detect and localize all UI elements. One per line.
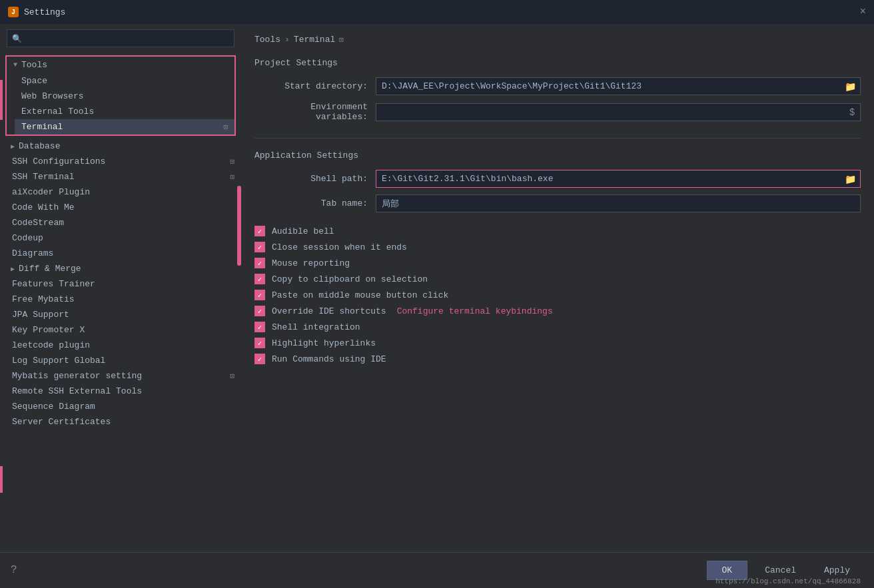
key-promoter-label: Key Promoter X <box>12 325 85 335</box>
configure-terminal-link[interactable]: Configure terminal keybindings <box>397 306 553 316</box>
sidebar-item-leetcode[interactable]: leetcode plugin <box>0 338 241 353</box>
checkbox-mouse-reporting-input[interactable] <box>254 258 265 268</box>
log-support-label: Log Support Global <box>12 356 105 366</box>
sidebar: 🔍 ▼ Tools Space <box>0 24 241 552</box>
server-certificates-label: Server Certificates <box>12 417 111 427</box>
checkbox-run-commands-input[interactable] <box>254 354 265 364</box>
tab-name-input[interactable] <box>376 194 861 212</box>
env-vars-input[interactable] <box>376 103 861 121</box>
sidebar-item-diff-merge[interactable]: ▶ Diff & Merge <box>0 261 241 276</box>
start-directory-input[interactable] <box>376 77 861 95</box>
breadcrumb-part2: Terminal <box>294 35 335 45</box>
sidebar-item-external-tools[interactable]: External Tools <box>15 104 234 119</box>
sidebar-item-mybatis-generator[interactable]: Mybatis generator setting ⊡ <box>0 368 241 384</box>
start-directory-wrap: 📁 <box>376 77 861 95</box>
diff-merge-arrow: ▶ <box>11 265 15 273</box>
tools-group-children: Space Web Browsers External Tools Termin… <box>7 73 234 135</box>
status-url: https://blog.csdn.net/qq_44866828 <box>715 577 861 585</box>
start-directory-row: Start directory: 📁 <box>254 77 861 95</box>
checkbox-paste-middle-input[interactable] <box>254 290 265 300</box>
checkbox-shell-integration: Shell integration <box>254 322 861 332</box>
leetcode-label: leetcode plugin <box>12 340 90 350</box>
sidebar-item-free-mybatis[interactable]: Free Mybatis <box>0 292 241 307</box>
checkboxes-container: Audible bell Close session when it ends … <box>254 226 861 370</box>
env-vars-label-text: Environment variables: <box>310 102 368 122</box>
checkbox-copy-clipboard: Copy to clipboard on selection <box>254 274 861 284</box>
sidebar-item-aixcoder[interactable]: aiXcoder Plugin <box>0 184 241 200</box>
shell-path-row: Shell path: 📁 <box>254 170 861 188</box>
close-session-label: Close session when it ends <box>272 242 407 252</box>
sidebar-item-codeup[interactable]: Codeup <box>0 230 241 246</box>
search-wrap: 🔍 <box>7 29 234 47</box>
audible-bell-label: Audible bell <box>272 226 334 236</box>
ssh-config-icon: ⊡ <box>230 157 234 166</box>
sidebar-item-space[interactable]: Space <box>15 73 234 89</box>
shell-path-wrap: 📁 <box>376 170 861 188</box>
scrollbar-thumb[interactable] <box>237 186 241 266</box>
checkbox-close-session-input[interactable] <box>254 242 265 252</box>
env-vars-row: Environment variables: $ <box>254 102 861 122</box>
sidebar-item-jpa-support[interactable]: JPA Support <box>0 307 241 322</box>
checkbox-copy-clipboard-input[interactable] <box>254 274 265 284</box>
apply-button[interactable]: Apply <box>813 561 861 579</box>
sidebar-scroll-area: ▼ Tools Space Web Browsers External T <box>0 53 241 552</box>
code-with-me-label: Code With Me <box>12 202 75 212</box>
start-directory-label-text: Start directory: <box>284 81 368 91</box>
shell-path-label-text: Shell path: <box>310 174 368 184</box>
sidebar-item-database[interactable]: ▶ Database <box>0 139 241 154</box>
cancel-button[interactable]: Cancel <box>754 561 807 579</box>
sidebar-item-key-promoter[interactable]: Key Promoter X <box>0 322 241 338</box>
ssh-configurations-label: SSH Configurations <box>12 156 105 166</box>
close-button[interactable]: × <box>859 7 866 17</box>
shell-path-input[interactable] <box>376 170 861 188</box>
right-panel: Tools › Terminal ⊡ Project Settings Star… <box>241 24 874 552</box>
database-arrow: ▶ <box>11 143 15 150</box>
checkbox-audible-bell-input[interactable] <box>254 226 265 236</box>
search-icon: 🔍 <box>12 33 22 43</box>
help-icon[interactable]: ? <box>11 564 17 576</box>
search-box: 🔍 <box>0 24 241 53</box>
tools-group: ▼ Tools Space Web Browsers External T <box>5 55 236 136</box>
tools-group-header[interactable]: ▼ Tools <box>7 57 234 73</box>
search-input[interactable] <box>7 29 234 47</box>
dialog-title: Settings <box>24 7 65 17</box>
sidebar-item-ssh-terminal[interactable]: SSH Terminal ⊡ <box>0 169 241 184</box>
remote-ssh-label: Remote SSH External Tools <box>12 386 142 396</box>
sidebar-item-sequence-diagram[interactable]: Sequence Diagram <box>0 399 241 414</box>
tab-name-label: Tab name: <box>254 198 368 208</box>
project-settings-title: Project Settings <box>254 58 861 68</box>
shell-path-browse-button[interactable]: 📁 <box>843 174 858 184</box>
checkbox-paste-middle: Paste on middle mouse button click <box>254 290 861 300</box>
sidebar-item-terminal[interactable]: Terminal ⊡ <box>15 119 234 135</box>
highlight-hyperlinks-label: Highlight hyperlinks <box>272 338 376 348</box>
app-icon: J <box>8 7 19 17</box>
sidebar-item-features-trainer[interactable]: Features Trainer <box>0 276 241 292</box>
title-bar: J Settings × <box>0 0 874 24</box>
breadcrumb-arrow: › <box>284 35 290 45</box>
tab-name-label-text: Tab name: <box>321 198 368 208</box>
env-vars-button[interactable]: $ <box>846 107 858 117</box>
breadcrumb-icon: ⊡ <box>339 35 344 44</box>
sidebar-item-web-browsers[interactable]: Web Browsers <box>15 89 234 104</box>
sidebar-item-log-support[interactable]: Log Support Global <box>0 353 241 368</box>
checkbox-override-ide-input[interactable] <box>254 306 265 316</box>
sidebar-item-code-with-me[interactable]: Code With Me <box>0 200 241 215</box>
settings-dialog: J Settings × 🔍 ▼ Tools <box>0 0 874 588</box>
codestream-label: CodeStream <box>12 218 64 228</box>
sidebar-item-codestream[interactable]: CodeStream <box>0 215 241 230</box>
sidebar-item-remote-ssh[interactable]: Remote SSH External Tools <box>0 384 241 399</box>
sidebar-item-ssh-configurations[interactable]: SSH Configurations ⊡ <box>0 154 241 169</box>
breadcrumb-part1: Tools <box>254 35 280 45</box>
checkbox-highlight-hyperlinks-input[interactable] <box>254 338 265 348</box>
sidebar-item-server-certificates[interactable]: Server Certificates <box>0 414 241 430</box>
sidebar-item-diagrams[interactable]: Diagrams <box>0 246 241 261</box>
main-content: 🔍 ▼ Tools Space <box>0 24 874 552</box>
sidebar-list: ▼ Tools Space Web Browsers External T <box>0 53 241 430</box>
checkbox-override-ide: Override IDE shortcuts Configure termina… <box>254 306 861 316</box>
mybatis-gen-icon: ⊡ <box>230 372 234 380</box>
checkbox-shell-integration-input[interactable] <box>254 322 265 332</box>
mybatis-generator-label: Mybatis generator setting <box>12 371 142 381</box>
start-directory-browse-button[interactable]: 📁 <box>843 81 858 92</box>
aixcoder-label: aiXcoder Plugin <box>12 187 90 197</box>
checkbox-audible-bell: Audible bell <box>254 226 861 236</box>
